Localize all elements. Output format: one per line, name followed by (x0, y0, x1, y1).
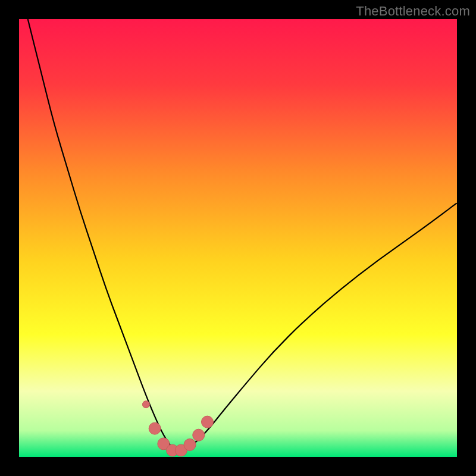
marker-point (201, 416, 213, 428)
marker-point (142, 401, 149, 408)
watermark-text: TheBottleneck.com (356, 4, 470, 19)
marker-point (193, 429, 205, 441)
plot-area (19, 19, 457, 457)
chart-frame: TheBottleneck.com (0, 0, 476, 476)
highlighted-points (142, 401, 213, 456)
marker-point (184, 439, 196, 450)
bottleneck-curve (28, 19, 457, 450)
curve-layer (19, 19, 457, 457)
marker-point (149, 422, 161, 434)
